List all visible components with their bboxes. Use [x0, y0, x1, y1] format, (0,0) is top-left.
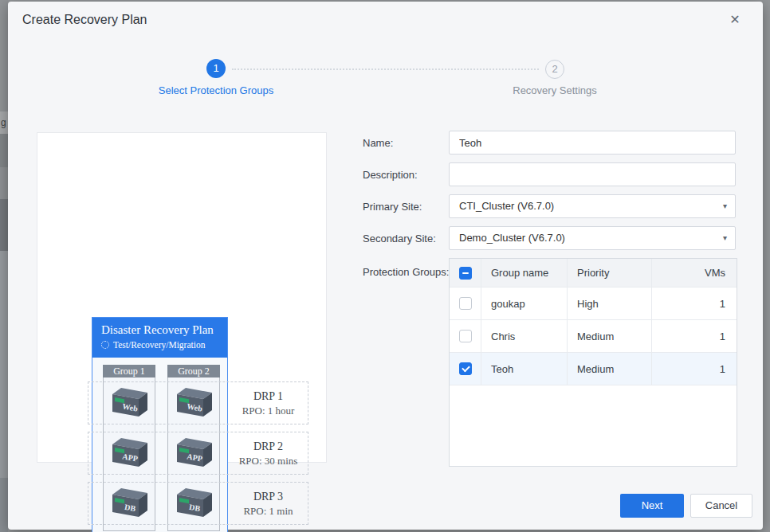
- stepper-connector: [232, 68, 539, 70]
- chevron-down-icon: ▾: [723, 195, 727, 217]
- close-icon[interactable]: ✕: [726, 11, 744, 29]
- backdrop-text-fragment: g: [1, 117, 6, 128]
- protection-groups-label: Protection Groups:: [363, 266, 449, 278]
- server-cube-web-icon: Web: [112, 388, 148, 421]
- chevron-down-icon: ▾: [723, 227, 727, 249]
- secondary-site-value: Demo_Cluster (V6.7.0): [459, 232, 565, 244]
- step-1-label: Select Protection Groups: [128, 84, 304, 96]
- cell-priority: High: [568, 288, 652, 319]
- secondary-site-dropdown[interactable]: Demo_Cluster (V6.7.0) ▾: [449, 226, 736, 250]
- plan-subtitle-row: Test/Recovery/Migration: [101, 338, 227, 352]
- server-cube-db-icon: DB: [112, 488, 148, 522]
- group-1-header: Group 1: [103, 365, 155, 377]
- table-empty-area: [450, 385, 737, 465]
- header-group-name: Group name: [481, 259, 568, 287]
- backdrop-block: [0, 251, 8, 478]
- table-header-row: Group name Priority VMs: [450, 259, 737, 288]
- server-cube-db-icon: DB: [176, 488, 213, 522]
- row-checkbox[interactable]: [459, 330, 472, 342]
- header-priority: Priority: [568, 259, 652, 287]
- backdrop-block: [0, 134, 8, 167]
- table-row[interactable]: Teoh Medium 1: [450, 353, 737, 385]
- disaster-recovery-plan-box: Disaster Recovery Plan Test/Recovery/Mig…: [92, 317, 228, 532]
- server-cube-web-icon: Web: [176, 388, 213, 421]
- primary-site-value: CTI_Cluster (V6.7.0): [459, 200, 554, 212]
- cell-vms: 1: [652, 353, 737, 385]
- create-recovery-plan-dialog: Create Recovery Plan ✕ 1 2 Select Protec…: [8, 2, 763, 530]
- table-row[interactable]: goukap High 1: [450, 288, 737, 320]
- plan-header: Disaster Recovery Plan Test/Recovery/Mig…: [92, 318, 227, 358]
- name-field[interactable]: [449, 131, 736, 155]
- spinner-icon: [101, 341, 109, 349]
- plan-subtitle: Test/Recovery/Migration: [113, 338, 205, 352]
- dialog-title: Create Recovery Plan: [22, 13, 147, 27]
- protection-groups-table: Group name Priority VMs goukap High 1 Ch…: [449, 258, 737, 467]
- row-checkbox[interactable]: [459, 297, 472, 310]
- step-2-label: Recovery Settings: [467, 84, 642, 96]
- step-1-indicator: 1: [206, 59, 226, 78]
- backdrop-block: [0, 167, 8, 199]
- cell-group-name: Chris: [481, 320, 568, 352]
- table-row[interactable]: Chris Medium 1: [450, 320, 737, 353]
- cancel-button[interactable]: Cancel: [690, 494, 752, 518]
- next-button[interactable]: Next: [620, 494, 684, 518]
- primary-site-dropdown[interactable]: CTI_Cluster (V6.7.0) ▾: [449, 194, 736, 218]
- group-2-header: Group 2: [167, 365, 220, 377]
- group-2-column: Group 2 Web APP: [167, 365, 220, 531]
- row-checkbox[interactable]: [459, 362, 472, 375]
- cell-group-name: goukap: [481, 288, 568, 319]
- cell-group-name: Teoh: [481, 353, 568, 385]
- recovery-plan-illustration: Disaster Recovery Plan Test/Recovery/Mig…: [37, 132, 327, 463]
- drp-2-label: DRP 2 RPO: 30 mins: [228, 432, 308, 475]
- primary-site-label: Primary Site:: [363, 201, 422, 213]
- name-label: Name:: [363, 137, 393, 149]
- secondary-site-label: Secondary Site:: [363, 233, 436, 244]
- step-2-indicator: 2: [545, 60, 564, 79]
- group-2-body: Web APP DB: [167, 377, 220, 531]
- backdrop-block: [0, 478, 8, 532]
- cell-vms: 1: [652, 320, 737, 352]
- cell-priority: Medium: [568, 320, 652, 352]
- cell-vms: 1: [652, 288, 737, 319]
- plan-title: Disaster Recovery Plan: [101, 322, 227, 338]
- header-vms: VMs: [652, 259, 737, 287]
- backdrop-block: [0, 199, 8, 251]
- description-label: Description:: [363, 169, 418, 181]
- group-1-body: Web APP DB: [103, 377, 155, 531]
- backdrop-block: [0, 0, 8, 111]
- drp-1-label: DRP 1 RPO: 1 hour: [228, 381, 308, 424]
- cell-priority: Medium: [568, 353, 652, 385]
- group-1-column: Group 1 Web APP: [103, 365, 155, 531]
- header-checkbox-cell: [450, 259, 481, 287]
- select-all-checkbox[interactable]: [459, 267, 472, 280]
- description-field[interactable]: [449, 162, 736, 186]
- drp-3-label: DRP 3 RPO: 1 min: [228, 482, 308, 525]
- server-cube-app-icon: APP: [112, 438, 148, 471]
- server-cube-app-icon: APP: [176, 438, 213, 471]
